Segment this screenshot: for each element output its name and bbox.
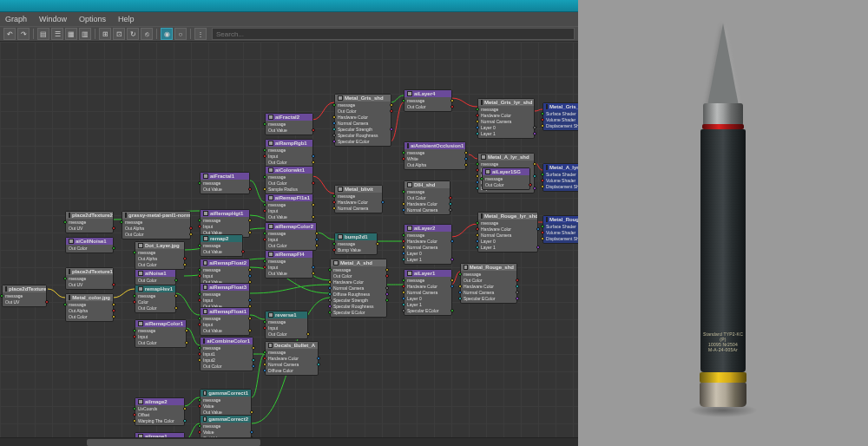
node-header[interactable]: aiRemapHgt1 (201, 210, 249, 217)
node-attribute[interactable]: Out Color (135, 340, 186, 346)
node-attribute[interactable]: message (201, 243, 242, 249)
node-attribute[interactable]: message (66, 220, 113, 226)
node-port[interactable] (458, 291, 462, 294)
node-port[interactable] (533, 162, 536, 166)
node-port[interactable] (476, 120, 479, 123)
node-port[interactable] (381, 200, 385, 204)
node-attribute[interactable]: message (266, 259, 312, 265)
node-attribute[interactable]: Volume Shader (543, 117, 578, 123)
node-port[interactable] (183, 407, 187, 410)
node-port[interactable] (198, 268, 201, 272)
node-attribute[interactable]: message (135, 293, 175, 299)
node-metal-a-lyr-shdsg[interactable]: Metal_A_lyr_shdSGSurface ShaderVolume Sh… (542, 163, 578, 192)
node-ainoise1[interactable]: aiNoise1Out Color (135, 269, 176, 285)
node-ailayer4[interactable]: aiLayer4messageOut Color (404, 89, 452, 112)
node-port[interactable] (248, 298, 252, 302)
node-attribute[interactable]: Out Color (404, 104, 451, 110)
node-attribute[interactable]: Hardware Color (266, 356, 318, 362)
node-port[interactable] (476, 180, 479, 184)
node-attribute[interactable]: Out Color (66, 246, 113, 252)
node-attribute[interactable]: message (266, 121, 312, 128)
node-port[interactable] (198, 292, 201, 296)
window-titlebar[interactable] (0, 0, 578, 12)
node-place2dtexture1[interactable]: place2dTexture1messageOut UV (65, 267, 114, 290)
node-port[interactable] (541, 173, 544, 176)
node-attribute[interactable]: Input (201, 273, 249, 279)
node-port[interactable] (263, 369, 266, 372)
node-port[interactable] (263, 351, 266, 354)
node-attribute[interactable]: message (201, 345, 253, 351)
node-port[interactable] (198, 298, 201, 302)
node-attribute[interactable]: Sample Radius (266, 187, 312, 193)
node-attribute[interactable]: message (266, 202, 312, 208)
node-attribute[interactable]: Out Color (122, 232, 190, 238)
node-port[interactable] (198, 244, 201, 247)
node-port[interactable] (263, 266, 266, 269)
toolbar-button[interactable]: ↷ (17, 28, 30, 40)
node-gammacorrect1[interactable]: gammaCorrect1messageValueOut Value (200, 389, 252, 417)
node-port[interactable] (402, 297, 405, 300)
node-reverse1[interactable]: reverse1messageInputOut Color (265, 311, 308, 339)
node-port[interactable] (450, 239, 454, 243)
node-port[interactable] (63, 220, 67, 224)
node-port[interactable] (198, 430, 201, 434)
node-port[interactable] (516, 297, 519, 300)
node-header[interactable]: Metal_Rouge_shd (461, 264, 516, 271)
node-attribute[interactable]: Out Color (66, 314, 113, 320)
node-port[interactable] (533, 132, 536, 135)
node-port[interactable] (402, 202, 405, 206)
node-attribute[interactable]: Value (201, 403, 251, 410)
node-port[interactable] (458, 285, 462, 288)
node-attribute[interactable]: Out Color (135, 278, 175, 284)
node-port[interactable] (63, 277, 67, 280)
node-attribute[interactable]: message (335, 102, 391, 108)
node-airemapcolor2[interactable]: aiRemapColor2messageInputOut Color (265, 222, 317, 251)
node-port[interactable] (476, 168, 479, 172)
node-port[interactable] (402, 309, 405, 312)
node-port[interactable] (312, 128, 315, 132)
node-header[interactable]: gammaCorrect1 (201, 390, 251, 397)
node-port[interactable] (133, 413, 136, 416)
node-attribute[interactable]: UvCoords (135, 406, 184, 412)
node-port[interactable] (112, 283, 115, 286)
node-port[interactable] (458, 272, 462, 276)
node-attribute[interactable]: Input1 (201, 351, 253, 357)
node-attribute[interactable]: Input (266, 154, 312, 160)
node-aicolorwkt1[interactable]: aiColorwkt1messageOut ColorSample Radius (265, 166, 313, 194)
node-port[interactable] (450, 279, 454, 282)
node-port[interactable] (516, 291, 519, 294)
node-port[interactable] (390, 109, 393, 113)
node-attribute[interactable]: message (266, 174, 312, 180)
node-header[interactable]: Metal_Rouge_lyr_shdSG (543, 216, 578, 223)
node-port[interactable] (533, 126, 536, 129)
node-attribute[interactable]: Normal Camera (335, 121, 391, 127)
node-header[interactable]: Metal_Gris_lyr_shdSG (543, 103, 578, 110)
node-attribute[interactable]: message (122, 220, 190, 226)
node-port[interactable] (133, 294, 136, 298)
node-port[interactable] (476, 114, 479, 117)
toolbar-button[interactable]: ⊡ (113, 28, 125, 40)
node-ailayer2[interactable]: aiLayer2messageHardware ColorNormal Came… (404, 224, 452, 265)
node-attribute[interactable]: Out Alpha (135, 256, 184, 262)
node-port[interactable] (402, 99, 405, 102)
node-port[interactable] (385, 268, 389, 272)
node-attribute[interactable]: Specular EColor (335, 139, 391, 145)
node-airemapfl4[interactable]: aiRemapFl4messageInputOut Value (265, 250, 313, 279)
node-port[interactable] (328, 268, 332, 272)
node-header[interactable]: aiCombineColor1 (201, 338, 253, 344)
node-port[interactable] (312, 154, 315, 158)
node-port[interactable] (133, 329, 136, 332)
node-port[interactable] (533, 174, 536, 178)
node-attribute[interactable]: Hardware Color (478, 113, 534, 119)
node-attribute[interactable]: Input (201, 322, 249, 328)
node-attribute[interactable]: message (201, 218, 249, 224)
node-attribute[interactable]: Hardware Color (461, 284, 516, 290)
node-port[interactable] (312, 215, 315, 219)
node-port[interactable] (263, 148, 266, 152)
node-metal-a-shd[interactable]: Metal_A_shdmessageOut ColorHardware Colo… (330, 259, 387, 318)
node-port[interactable] (385, 274, 389, 278)
node-attribute[interactable]: message (201, 423, 251, 430)
node-place2dtexture5[interactable]: place2dTexture5messageOut UV (2, 285, 47, 307)
node-attribute[interactable]: Layer 1 (404, 302, 451, 308)
node-port[interactable] (174, 279, 178, 282)
